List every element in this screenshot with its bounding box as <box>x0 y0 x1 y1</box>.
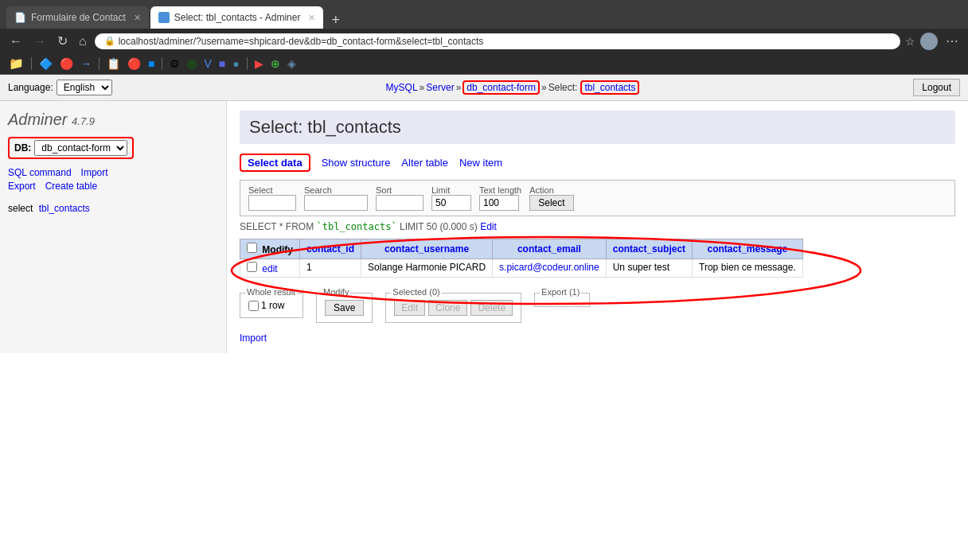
tb-icon2[interactable]: 🔴 <box>57 56 76 71</box>
sidebar-export[interactable]: Export <box>8 181 36 192</box>
whole-result-group: Whole result 1 row <box>240 293 303 318</box>
col-contact-email[interactable]: contact_email <box>493 239 607 259</box>
search-input[interactable] <box>304 195 368 211</box>
delete-button[interactable]: Delete <box>470 300 513 316</box>
breadcrumb-table[interactable]: tbl_contacts <box>580 80 639 95</box>
sql-edit-link[interactable]: Edit <box>480 221 497 232</box>
row-edit-link[interactable]: edit <box>262 263 277 274</box>
sidebar-create-table[interactable]: Create table <box>45 181 97 192</box>
select-all-checkbox[interactable] <box>247 243 257 253</box>
limit-input[interactable] <box>431 195 471 211</box>
breadcrumb-server[interactable]: Server <box>426 82 454 93</box>
row-modify-cell: edit <box>240 259 300 278</box>
bookmark-icon[interactable]: ☆ <box>905 35 915 48</box>
db-selector: DB: db_contact-form <box>8 137 134 159</box>
select-data-link[interactable]: Select data <box>240 154 310 172</box>
tb-icon11[interactable]: ● <box>230 56 241 71</box>
col-modify: Modify <box>240 239 300 259</box>
clone-button[interactable]: Clone <box>428 300 467 316</box>
action-select-button[interactable]: Select <box>529 195 573 211</box>
select-label: Select <box>248 185 296 195</box>
col-contact-message[interactable]: contact_message <box>693 239 803 259</box>
tab-bar: 📄 Formulaire de Contact ✕ Select: tbl_co… <box>0 0 968 29</box>
tb-icon3[interactable]: → <box>78 56 94 71</box>
tb-icon8[interactable]: ◎ <box>185 56 199 71</box>
sql-prefix: SELECT * FROM <box>240 221 316 232</box>
sidebar: Adminer 4.7.9 DB: db_contact-form SQL co… <box>0 101 227 353</box>
tb-icon9[interactable]: V <box>201 56 213 71</box>
logout-button[interactable]: Logout <box>913 79 960 96</box>
whole-result-checkbox[interactable] <box>248 301 259 311</box>
tb-icon10[interactable]: ■ <box>217 56 228 71</box>
breadcrumb-mysql[interactable]: MySQL <box>386 82 418 93</box>
import-link[interactable]: Import <box>240 332 267 344</box>
user-avatar[interactable] <box>920 33 938 50</box>
tb-icon4[interactable]: 📋 <box>104 56 123 71</box>
language-dropdown[interactable]: English <box>57 80 112 95</box>
tab-adminer-close[interactable]: ✕ <box>308 13 315 23</box>
show-structure-link[interactable]: Show structure <box>322 157 391 169</box>
menu-button[interactable]: ⋯ <box>943 32 962 50</box>
col-contact-subject[interactable]: contact_subject <box>606 239 692 259</box>
tb-icon12[interactable]: ▶ <box>252 56 266 71</box>
sort-label: Sort <box>376 185 424 195</box>
breadcrumb-sep1: » <box>420 82 425 93</box>
tb-sep4 <box>247 57 248 70</box>
breadcrumb-db[interactable]: db_contact-form <box>463 80 540 95</box>
search-label: Search <box>304 185 368 195</box>
row-count-text: 1 row <box>261 300 284 311</box>
tab-adminer[interactable]: Select: tbl_contacts - Adminer ✕ <box>150 6 324 29</box>
url-text: localhost/adminer/?username=shpicard-dev… <box>119 36 484 47</box>
tb-icon7[interactable]: ⚙ <box>167 56 182 71</box>
modify-header-label: Modify <box>262 244 293 255</box>
refresh-button[interactable]: ↻ <box>54 32 71 50</box>
db-label: DB: <box>14 142 31 154</box>
tb-icon14[interactable]: ◈ <box>285 56 299 71</box>
table-header-row: Modify contact_id contact_username conta… <box>240 239 803 259</box>
text-length-group: Text length <box>479 185 521 211</box>
tab-contact-close[interactable]: ✕ <box>134 13 141 23</box>
row-checkbox[interactable] <box>247 262 257 272</box>
tb-icon5[interactable]: 🔴 <box>125 56 143 71</box>
row-count-label[interactable]: 1 row <box>248 300 295 311</box>
query-table-link[interactable]: tbl_contacts <box>39 203 90 214</box>
action-label: Action <box>529 185 573 195</box>
alter-table-link[interactable]: Alter table <box>401 157 448 169</box>
new-tab-button[interactable]: + <box>325 12 346 29</box>
sidebar-links-row1: SQL command Import <box>8 167 218 178</box>
adminer-page: Language: English MySQL » Server » db_co… <box>0 75 968 353</box>
back-button[interactable]: ← <box>6 33 25 50</box>
adminer-logo: Adminer 4.7.9 <box>8 111 218 129</box>
page-title: Select: tbl_contacts <box>240 111 955 144</box>
breadcrumb-select: Select: <box>548 82 578 93</box>
new-item-link[interactable]: New item <box>459 157 502 169</box>
sort-input[interactable] <box>376 195 424 211</box>
home-button[interactable]: ⌂ <box>76 33 90 50</box>
browser-window: 📄 Formulaire de Contact ✕ Select: tbl_co… <box>0 0 968 75</box>
row-email-link[interactable]: s.picard@codeur.online <box>499 262 599 273</box>
modify-group: Modify Save <box>316 293 373 323</box>
folder-icon[interactable]: 📁 <box>6 56 26 72</box>
forward-button[interactable]: → <box>30 33 49 50</box>
lock-icon: 🔒 <box>104 36 115 46</box>
url-bar[interactable]: 🔒 localhost/adminer/?username=shpicard-d… <box>95 33 900 49</box>
db-dropdown[interactable]: db_contact-form <box>34 140 127 156</box>
top-bar: Language: English MySQL » Server » db_co… <box>0 75 968 101</box>
sidebar-import[interactable]: Import <box>81 167 108 178</box>
breadcrumb: MySQL » Server » db_contact-form » Selec… <box>386 80 640 95</box>
breadcrumb-sep2: » <box>456 82 462 93</box>
sidebar-sql-command[interactable]: SQL command <box>8 167 72 178</box>
save-button[interactable]: Save <box>325 300 364 316</box>
sidebar-links: SQL command Import Export Create table <box>8 167 218 192</box>
tab-contact[interactable]: 📄 Formulaire de Contact ✕ <box>6 6 149 29</box>
sql-line: SELECT * FROM `tbl_contacts` LIMIT 50 (0… <box>240 221 955 232</box>
col-contact-username[interactable]: contact_username <box>361 239 493 259</box>
select-input[interactable] <box>248 195 296 211</box>
tb-icon6[interactable]: ■ <box>146 56 157 71</box>
tb-icon13[interactable]: ⊕ <box>268 56 283 71</box>
edit-button[interactable]: Edit <box>394 300 425 316</box>
col-contact-id[interactable]: contact_id <box>300 239 361 259</box>
tb-icon1[interactable]: 🔷 <box>37 56 55 71</box>
adminer-name: Adminer <box>8 111 67 128</box>
text-length-input[interactable] <box>479 195 519 211</box>
